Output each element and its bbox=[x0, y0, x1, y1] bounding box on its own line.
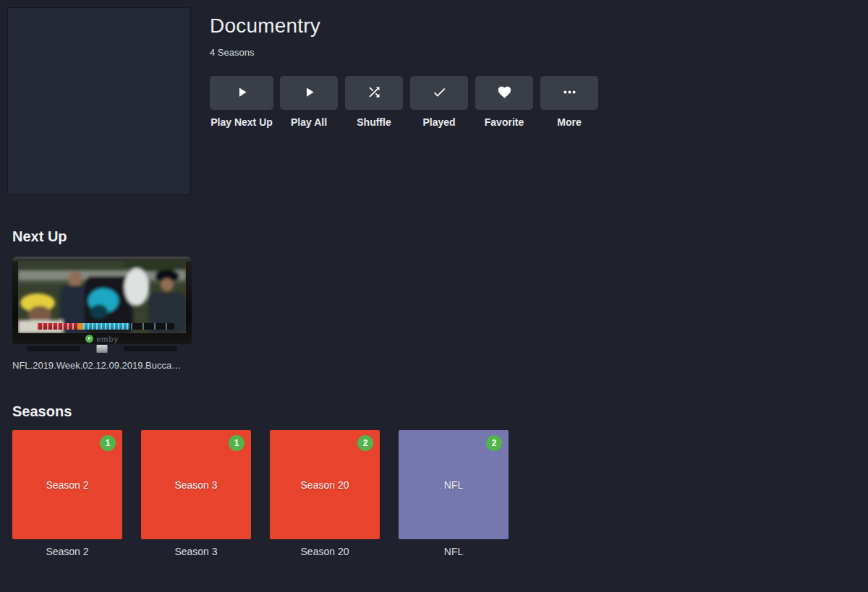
next-up-section: Next Up bbox=[12, 228, 192, 371]
favorite-toggle-button[interactable] bbox=[475, 76, 533, 110]
season-card-label: Season 2 bbox=[46, 479, 88, 491]
seasons-heading: Seasons bbox=[12, 403, 527, 420]
tv-stand bbox=[12, 344, 192, 355]
next-up-heading: Next Up bbox=[12, 228, 192, 245]
page-title: Documentry bbox=[210, 14, 605, 38]
score-segment-clock bbox=[129, 323, 174, 330]
favorite-action: Favorite bbox=[475, 76, 533, 128]
poster-placeholder bbox=[7, 7, 191, 195]
score-segment-buccaneers bbox=[37, 323, 77, 330]
action-label: More bbox=[557, 116, 581, 128]
action-button-row: Play Next Up Play All Shuffle Played Fav bbox=[210, 76, 605, 128]
season-caption[interactable]: Season 2 bbox=[12, 546, 122, 557]
action-label: Play All bbox=[291, 116, 327, 128]
episode-video-still bbox=[18, 261, 186, 333]
season-caption[interactable]: Season 3 bbox=[141, 546, 251, 557]
seasons-section: Seasons Season 2 1 Season 2 Season 3 1 S… bbox=[12, 403, 527, 557]
broadcast-score-bar bbox=[37, 323, 174, 330]
played-toggle-button[interactable] bbox=[410, 76, 468, 110]
tv-stand-shadow-left bbox=[27, 346, 81, 351]
action-label: Played bbox=[422, 116, 455, 128]
score-segment-accent bbox=[77, 323, 83, 330]
season-card-nfl[interactable]: NFL 2 bbox=[399, 430, 509, 539]
score-segment-jaguars bbox=[83, 323, 129, 330]
tv-stand-shadow-right bbox=[124, 346, 178, 351]
season-caption[interactable]: Season 20 bbox=[270, 546, 380, 557]
action-label: Shuffle bbox=[357, 116, 391, 128]
heart-icon bbox=[497, 85, 512, 102]
play-all-action: Play All bbox=[280, 76, 338, 128]
season-card-label: NFL bbox=[444, 479, 463, 491]
next-up-episode-card[interactable]: emby bbox=[12, 257, 192, 355]
football-sideline-scene bbox=[18, 261, 186, 333]
season-card-label: Season 3 bbox=[174, 479, 217, 491]
season-card-season-3[interactable]: Season 3 1 bbox=[141, 430, 251, 539]
season-count: 4 Seasons bbox=[210, 47, 605, 58]
played-action: Played bbox=[410, 76, 468, 128]
unplayed-count-badge: 1 bbox=[100, 435, 116, 451]
action-label: Favorite bbox=[485, 116, 524, 128]
unplayed-count-badge: 1 bbox=[229, 435, 244, 451]
shuffle-button[interactable] bbox=[345, 76, 403, 110]
action-label: Play Next Up bbox=[210, 116, 273, 128]
play-icon bbox=[302, 85, 317, 102]
shuffle-icon bbox=[367, 85, 382, 102]
tv-frame-thumbnail: emby bbox=[12, 257, 192, 344]
play-all-button[interactable] bbox=[280, 76, 338, 110]
season-card-season-2[interactable]: Season 2 1 bbox=[12, 430, 122, 539]
more-action: More bbox=[540, 76, 598, 128]
unplayed-count-badge: 2 bbox=[486, 435, 502, 451]
season-card-wrap: Season 3 1 Season 3 bbox=[141, 430, 251, 557]
emby-wordmark: emby bbox=[96, 335, 119, 343]
play-icon bbox=[234, 85, 250, 102]
season-card-season-20[interactable]: Season 20 2 bbox=[270, 430, 380, 539]
season-card-wrap: NFL 2 NFL bbox=[399, 430, 509, 557]
season-card-label: Season 20 bbox=[301, 479, 349, 491]
tv-stand-neck bbox=[97, 345, 108, 353]
more-button[interactable] bbox=[540, 76, 598, 110]
emby-logo: emby bbox=[18, 333, 186, 344]
ellipsis-icon bbox=[562, 85, 577, 102]
next-up-episode-title[interactable]: NFL.2019.Week.02.12.09.2019.Bucca… bbox=[12, 360, 192, 371]
emby-play-icon bbox=[85, 335, 93, 343]
season-card-row: Season 2 1 Season 2 Season 3 1 Season 3 … bbox=[12, 430, 527, 557]
season-caption[interactable]: NFL bbox=[399, 546, 509, 557]
shuffle-action: Shuffle bbox=[345, 76, 403, 128]
season-card-wrap: Season 2 1 Season 2 bbox=[12, 430, 122, 557]
play-next-up-button[interactable] bbox=[210, 76, 273, 110]
season-card-wrap: Season 20 2 Season 20 bbox=[270, 430, 380, 557]
play-next-up-action: Play Next Up bbox=[210, 76, 273, 128]
check-icon bbox=[432, 85, 447, 102]
unplayed-count-badge: 2 bbox=[357, 435, 373, 451]
series-header: Documentry 4 Seasons Play Next Up Play A… bbox=[210, 14, 605, 128]
